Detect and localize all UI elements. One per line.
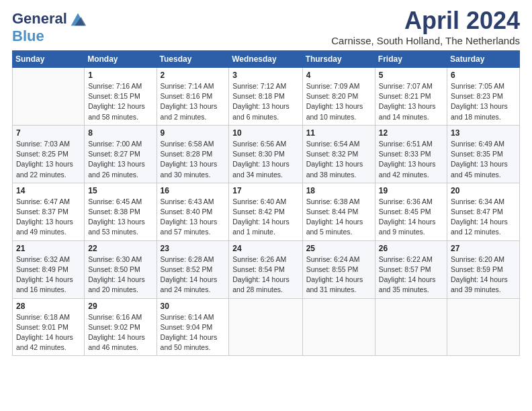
- calendar-cell: 13Sunrise: 6:49 AM Sunset: 8:35 PM Dayli…: [447, 125, 520, 183]
- calendar-cell: [13, 68, 85, 126]
- day-info: Sunrise: 6:51 AM Sunset: 8:33 PM Dayligh…: [379, 139, 443, 180]
- day-number: 17: [232, 186, 298, 195]
- day-info: Sunrise: 6:54 AM Sunset: 8:32 PM Dayligh…: [306, 139, 371, 180]
- day-info: Sunrise: 6:20 AM Sunset: 8:59 PM Dayligh…: [451, 255, 516, 295]
- day-info: Sunrise: 6:24 AM Sunset: 8:55 PM Dayligh…: [306, 255, 371, 295]
- day-number: 21: [16, 244, 81, 253]
- day-info: Sunrise: 6:45 AM Sunset: 8:38 PM Dayligh…: [88, 197, 152, 238]
- calendar-week-row: 1Sunrise: 7:16 AM Sunset: 8:15 PM Daylig…: [13, 68, 520, 126]
- day-number: 18: [306, 186, 371, 195]
- day-number: 24: [232, 244, 298, 253]
- calendar-week-row: 28Sunrise: 6:18 AM Sunset: 9:01 PM Dayli…: [13, 298, 520, 356]
- header: General Blue April 2024 Carnisse, South …: [12, 7, 520, 46]
- day-number: 26: [379, 244, 443, 253]
- calendar-cell: 4Sunrise: 7:09 AM Sunset: 8:20 PM Daylig…: [302, 68, 375, 126]
- calendar-cell: 12Sunrise: 6:51 AM Sunset: 8:33 PM Dayli…: [375, 125, 447, 183]
- calendar-cell: 17Sunrise: 6:40 AM Sunset: 8:42 PM Dayli…: [229, 183, 302, 240]
- day-info: Sunrise: 6:56 AM Sunset: 8:30 PM Dayligh…: [232, 139, 298, 180]
- calendar-cell: 27Sunrise: 6:20 AM Sunset: 8:59 PM Dayli…: [447, 240, 520, 298]
- day-info: Sunrise: 6:14 AM Sunset: 9:04 PM Dayligh…: [161, 312, 226, 353]
- calendar-cell: [302, 298, 375, 356]
- calendar-cell: 26Sunrise: 6:22 AM Sunset: 8:57 PM Dayli…: [375, 240, 447, 298]
- day-number: 11: [306, 128, 371, 138]
- day-number: 12: [379, 128, 443, 138]
- calendar-cell: 1Sunrise: 7:16 AM Sunset: 8:15 PM Daylig…: [85, 68, 157, 126]
- weekday-header-friday: Friday: [375, 51, 447, 68]
- day-info: Sunrise: 7:00 AM Sunset: 8:27 PM Dayligh…: [88, 139, 152, 180]
- day-info: Sunrise: 7:07 AM Sunset: 8:21 PM Dayligh…: [379, 81, 443, 122]
- calendar-cell: 9Sunrise: 6:58 AM Sunset: 8:28 PM Daylig…: [157, 125, 229, 183]
- day-info: Sunrise: 7:14 AM Sunset: 8:16 PM Dayligh…: [161, 81, 226, 122]
- calendar-cell: 2Sunrise: 7:14 AM Sunset: 8:16 PM Daylig…: [157, 68, 229, 126]
- calendar-header-row: SundayMondayTuesdayWednesdayThursdayFrid…: [13, 51, 520, 68]
- day-info: Sunrise: 6:58 AM Sunset: 8:28 PM Dayligh…: [161, 139, 226, 180]
- day-info: Sunrise: 6:22 AM Sunset: 8:57 PM Dayligh…: [379, 255, 443, 295]
- calendar-cell: 22Sunrise: 6:30 AM Sunset: 8:50 PM Dayli…: [85, 240, 157, 298]
- day-info: Sunrise: 6:38 AM Sunset: 8:44 PM Dayligh…: [306, 197, 371, 238]
- day-number: 15: [88, 186, 152, 195]
- day-info: Sunrise: 6:26 AM Sunset: 8:54 PM Dayligh…: [232, 255, 298, 295]
- day-number: 7: [16, 128, 81, 138]
- page: General Blue April 2024 Carnisse, South …: [0, 0, 532, 363]
- day-info: Sunrise: 7:12 AM Sunset: 8:18 PM Dayligh…: [232, 81, 298, 122]
- day-info: Sunrise: 7:16 AM Sunset: 8:15 PM Dayligh…: [88, 81, 152, 122]
- day-number: 16: [161, 186, 226, 195]
- calendar-cell: 10Sunrise: 6:56 AM Sunset: 8:30 PM Dayli…: [229, 125, 302, 183]
- day-info: Sunrise: 6:34 AM Sunset: 8:47 PM Dayligh…: [451, 197, 516, 238]
- weekday-header-monday: Monday: [85, 51, 157, 68]
- calendar-cell: 29Sunrise: 6:16 AM Sunset: 9:02 PM Dayli…: [85, 298, 157, 356]
- calendar-cell: 21Sunrise: 6:32 AM Sunset: 8:49 PM Dayli…: [13, 240, 85, 298]
- subtitle: Carnisse, South Holland, The Netherlands: [331, 35, 520, 46]
- day-info: Sunrise: 7:09 AM Sunset: 8:20 PM Dayligh…: [306, 81, 371, 122]
- day-info: Sunrise: 6:18 AM Sunset: 9:01 PM Dayligh…: [16, 312, 81, 353]
- calendar-cell: [375, 298, 447, 356]
- logo: General Blue: [12, 9, 87, 44]
- day-number: 5: [379, 71, 443, 80]
- calendar-week-row: 21Sunrise: 6:32 AM Sunset: 8:49 PM Dayli…: [13, 240, 520, 298]
- calendar-cell: 3Sunrise: 7:12 AM Sunset: 8:18 PM Daylig…: [229, 68, 302, 126]
- day-number: 20: [451, 186, 516, 195]
- calendar-cell: 19Sunrise: 6:36 AM Sunset: 8:45 PM Dayli…: [375, 183, 447, 240]
- calendar-cell: 14Sunrise: 6:47 AM Sunset: 8:37 PM Dayli…: [13, 183, 85, 240]
- calendar-cell: 24Sunrise: 6:26 AM Sunset: 8:54 PM Dayli…: [229, 240, 302, 298]
- calendar-week-row: 14Sunrise: 6:47 AM Sunset: 8:37 PM Dayli…: [13, 183, 520, 240]
- day-number: 28: [16, 302, 81, 311]
- calendar-cell: [229, 298, 302, 356]
- calendar-cell: 8Sunrise: 7:00 AM Sunset: 8:27 PM Daylig…: [85, 125, 157, 183]
- day-number: 19: [379, 186, 443, 195]
- weekday-header-sunday: Sunday: [13, 51, 85, 68]
- day-info: Sunrise: 7:03 AM Sunset: 8:25 PM Dayligh…: [16, 139, 81, 180]
- logo-text: General Blue: [12, 9, 87, 44]
- logo-icon: [69, 9, 87, 28]
- day-info: Sunrise: 6:43 AM Sunset: 8:40 PM Dayligh…: [161, 197, 226, 238]
- calendar-week-row: 7Sunrise: 7:03 AM Sunset: 8:25 PM Daylig…: [13, 125, 520, 183]
- day-number: 30: [161, 302, 226, 311]
- weekday-header-saturday: Saturday: [447, 51, 520, 68]
- day-info: Sunrise: 6:36 AM Sunset: 8:45 PM Dayligh…: [379, 197, 443, 238]
- day-number: 1: [88, 71, 152, 80]
- day-number: 29: [88, 302, 152, 311]
- day-info: Sunrise: 6:28 AM Sunset: 8:52 PM Dayligh…: [161, 255, 226, 295]
- calendar-cell: 6Sunrise: 7:05 AM Sunset: 8:23 PM Daylig…: [447, 68, 520, 126]
- day-number: 25: [306, 244, 371, 253]
- day-number: 9: [161, 128, 226, 138]
- day-info: Sunrise: 7:05 AM Sunset: 8:23 PM Dayligh…: [451, 81, 516, 122]
- month-title: April 2024: [331, 7, 520, 35]
- calendar-cell: 5Sunrise: 7:07 AM Sunset: 8:21 PM Daylig…: [375, 68, 447, 126]
- day-info: Sunrise: 6:16 AM Sunset: 9:02 PM Dayligh…: [88, 312, 152, 353]
- calendar-cell: 16Sunrise: 6:43 AM Sunset: 8:40 PM Dayli…: [157, 183, 229, 240]
- calendar: SundayMondayTuesdayWednesdayThursdayFrid…: [12, 50, 520, 356]
- day-info: Sunrise: 6:40 AM Sunset: 8:42 PM Dayligh…: [232, 197, 298, 238]
- calendar-cell: 30Sunrise: 6:14 AM Sunset: 9:04 PM Dayli…: [157, 298, 229, 356]
- day-number: 27: [451, 244, 516, 253]
- day-number: 4: [306, 71, 371, 80]
- calendar-cell: 18Sunrise: 6:38 AM Sunset: 8:44 PM Dayli…: [302, 183, 375, 240]
- day-number: 22: [88, 244, 152, 253]
- day-number: 3: [232, 71, 298, 80]
- calendar-cell: 15Sunrise: 6:45 AM Sunset: 8:38 PM Dayli…: [85, 183, 157, 240]
- day-number: 6: [451, 71, 516, 80]
- day-info: Sunrise: 6:30 AM Sunset: 8:50 PM Dayligh…: [88, 255, 152, 295]
- weekday-header-thursday: Thursday: [302, 51, 375, 68]
- calendar-cell: 25Sunrise: 6:24 AM Sunset: 8:55 PM Dayli…: [302, 240, 375, 298]
- calendar-cell: 20Sunrise: 6:34 AM Sunset: 8:47 PM Dayli…: [447, 183, 520, 240]
